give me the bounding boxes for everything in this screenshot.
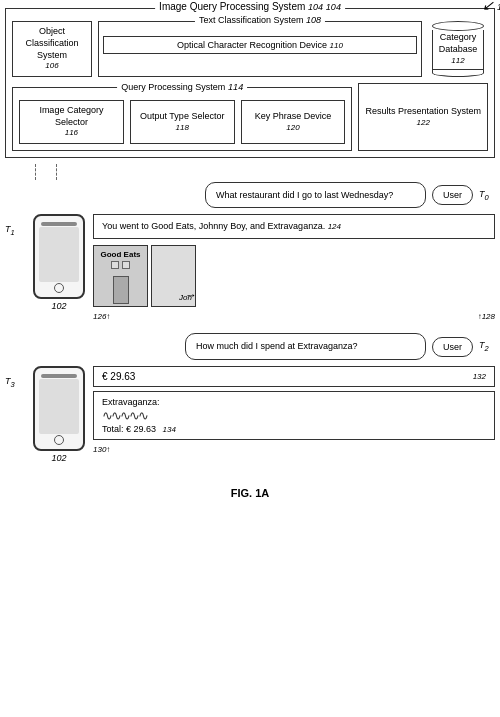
- amount-box: € 29.63 132: [93, 366, 495, 387]
- output-type-ref: 118: [176, 123, 189, 133]
- image-category-box: Image Category Selector 116: [19, 100, 124, 144]
- door-shape: [113, 276, 129, 304]
- phone-ref-label: 102: [51, 301, 66, 311]
- t2-user-label: User: [443, 342, 462, 352]
- category-database-cylinder: Category Database 112: [428, 21, 488, 77]
- dashed-line-right: [56, 164, 57, 180]
- t1-response-col: You went to Good Eats, Johnny Boy, and E…: [93, 214, 495, 307]
- johnny-card: Joh →: [151, 245, 196, 307]
- t0-user-label: User: [443, 190, 462, 200]
- t1-label: T1: [5, 214, 25, 237]
- ref-128: ↑128: [478, 312, 495, 321]
- query-results-row: Query Processing System 114 Image Catego…: [12, 83, 488, 151]
- phone-home-button-2: [54, 435, 64, 445]
- amount-text: € 29.63: [102, 371, 135, 382]
- key-phrase-box: Key Phrase Device 120: [241, 100, 346, 144]
- phone-speaker-2: [41, 374, 77, 378]
- t0-user-bubble: User: [432, 185, 473, 205]
- ocr-device-box: Optical Character Recognition Device 110: [103, 36, 417, 54]
- good-eats-label: Good Eats: [100, 250, 140, 259]
- query-system-box: Query Processing System 114 Image Catego…: [12, 87, 352, 151]
- wavy-line: ∿∿∿∿∿: [102, 409, 486, 422]
- fig-label-text: FIG. 1A: [231, 487, 270, 499]
- cards-row: Good Eats Joh → 126↑: [93, 245, 495, 307]
- image-category-label: Image Category Selector: [26, 105, 117, 128]
- top-system-title: Image Query Processing System: [159, 1, 305, 12]
- output-type-box: Output Type Selector 118: [130, 100, 235, 144]
- phone-screen-2: [39, 379, 79, 434]
- cylinder-body: Category Database 112: [432, 30, 484, 70]
- t3-label: T3: [5, 366, 25, 389]
- top-system-box: Image Query Processing System 104 104 Ob…: [5, 8, 495, 158]
- t0-section: What restaurant did I go to last Wednesd…: [5, 182, 495, 209]
- t2-query-bubble: How much did I spend at Extravaganza?: [185, 333, 426, 360]
- phone-speaker: [41, 222, 77, 226]
- results-presentation-box: Results Presentation System 122: [358, 83, 488, 151]
- t2-bubble-row: How much did I spend at Extravaganza? Us…: [33, 333, 495, 360]
- text-classification-outer: Text Classification System 108 Optical C…: [98, 21, 422, 77]
- t2-query-text: How much did I spend at Extravaganza?: [196, 341, 358, 351]
- key-phrase-label: Key Phrase Device: [255, 111, 332, 123]
- window-left: [111, 261, 119, 269]
- t2-section: How much did I spend at Extravaganza? Us…: [5, 333, 495, 360]
- object-classification-ref: 106: [45, 61, 58, 71]
- t0-label: T0: [479, 189, 495, 202]
- t1-response-box: You went to Good Eats, Johnny Boy, and E…: [93, 214, 495, 239]
- query-inner-row: Image Category Selector 116 Output Type …: [19, 100, 345, 144]
- ref-126: 126↑: [93, 312, 110, 321]
- t2-label: T2: [479, 340, 495, 353]
- top-system-label: Image Query Processing System 104 104: [155, 1, 345, 12]
- t3-phone-col: 102: [33, 366, 85, 463]
- receipt-total: Total: € 29.63: [102, 424, 156, 434]
- phone-device-2: [33, 366, 85, 451]
- ocr-label: Optical Character Recognition Device: [177, 40, 327, 50]
- results-ref: 122: [417, 118, 430, 128]
- phone-screen: [39, 227, 79, 282]
- window-right: [122, 261, 130, 269]
- top-system-ref-num: 104: [326, 2, 341, 12]
- t1-response-text: You went to Good Eats, Johnny Boy, and E…: [102, 221, 325, 231]
- t2-user-bubble: User: [432, 337, 473, 357]
- fig-label: FIG. 1A: [5, 487, 495, 499]
- t3-section: T3 102 € 29.63 132 Extravaganza: ∿: [5, 366, 495, 463]
- ocr-ref: 110: [330, 41, 343, 50]
- receipt-wrapper: Extravaganza: ∿∿∿∿∿ Total: € 29.63 134 1…: [93, 391, 495, 440]
- results-label: Results Presentation System: [365, 106, 481, 118]
- t1-response-ref: 124: [328, 222, 341, 231]
- ref-130: 130↑: [93, 445, 110, 454]
- amount-ref: 132: [473, 372, 486, 381]
- object-classification-box: Object Classification System 106: [12, 21, 92, 77]
- category-database-ref: 112: [451, 56, 464, 65]
- phone-ref-label-2: 102: [51, 453, 66, 463]
- object-classification-label: Object Classification System: [19, 26, 85, 61]
- t3-response-col: € 29.63 132 Extravaganza: ∿∿∿∿∿ Total: €…: [93, 366, 495, 440]
- top-row: Object Classification System 106 Text Cl…: [12, 21, 488, 77]
- t0-left: [5, 182, 25, 190]
- cylinder-bottom: [432, 69, 484, 77]
- t0-query-bubble: What restaurant did I go to last Wednesd…: [205, 182, 426, 209]
- receipt-outer-box: Extravaganza: ∿∿∿∿∿ Total: € 29.63 134: [93, 391, 495, 440]
- good-eats-card: Good Eats: [93, 245, 148, 307]
- phone-home-button: [54, 283, 64, 293]
- category-database-label: Category Database: [439, 32, 478, 54]
- extravaganza-label: Extravaganza:: [102, 397, 160, 407]
- t1-section: T1 102 You went to Good Eats, Johnny Boy…: [5, 214, 495, 311]
- t0-query-text: What restaurant did I go to last Wednesd…: [216, 190, 393, 200]
- t0-bubble-row: What restaurant did I go to last Wednesd…: [33, 182, 495, 209]
- dashed-line-left: [35, 164, 36, 180]
- query-system-label: Query Processing System: [121, 82, 225, 92]
- text-classification-label: Text Classification System: [199, 15, 304, 25]
- receipt-ref: 134: [163, 425, 176, 434]
- phone-device: [33, 214, 85, 299]
- card-arrow: →: [185, 288, 196, 302]
- image-category-ref: 116: [65, 128, 78, 138]
- output-type-label: Output Type Selector: [140, 111, 224, 123]
- top-system-ref: 104: [308, 2, 323, 12]
- corner-ref-100: ↙ 100: [482, 0, 500, 13]
- key-phrase-ref: 120: [286, 123, 299, 133]
- windows: [111, 261, 130, 269]
- text-classification-ref: 108: [306, 15, 321, 25]
- t1-phone-col: 102: [33, 214, 85, 311]
- query-system-ref: 114: [228, 82, 243, 92]
- dashed-connector: [5, 164, 495, 180]
